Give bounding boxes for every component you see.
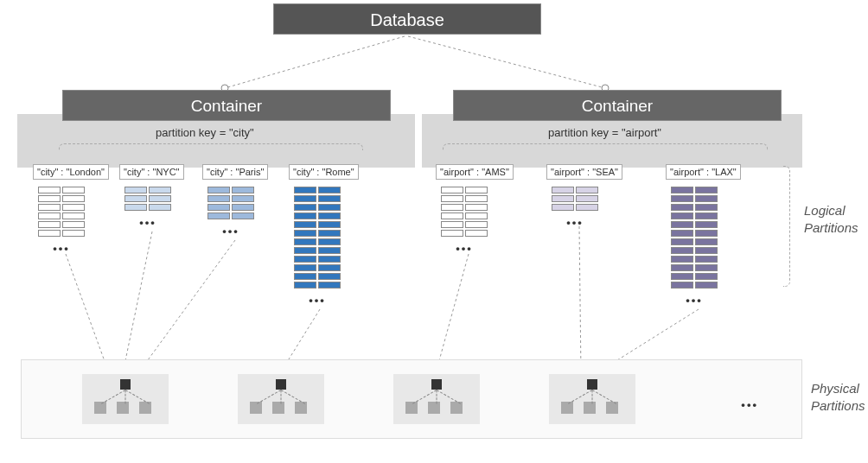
data-cell bbox=[62, 187, 85, 193]
data-cell bbox=[695, 195, 718, 202]
svg-line-5 bbox=[123, 232, 152, 373]
data-cell bbox=[576, 204, 598, 211]
data-cell bbox=[465, 195, 488, 202]
partition-label: "city" : "Paris" bbox=[202, 164, 268, 180]
data-cell bbox=[294, 273, 316, 280]
data-cell bbox=[671, 230, 693, 237]
svg-line-1 bbox=[408, 36, 605, 88]
data-cell bbox=[318, 238, 341, 245]
node-replica-icon bbox=[272, 402, 284, 414]
physical-partitions-panel: ••• bbox=[21, 359, 802, 439]
partition-data-column: ••• bbox=[671, 187, 718, 307]
physical-partitions-label: Physical Partitions bbox=[811, 380, 865, 414]
data-cell bbox=[671, 273, 693, 280]
phys-ellipsis: ••• bbox=[741, 398, 758, 411]
partition-data-column: ••• bbox=[552, 187, 598, 229]
container-box-city: Container bbox=[62, 90, 391, 121]
data-cell bbox=[465, 212, 488, 219]
data-cell bbox=[441, 212, 463, 219]
data-cell bbox=[695, 212, 718, 219]
partition-data-column: ••• bbox=[124, 187, 171, 229]
svg-line-12 bbox=[436, 254, 469, 373]
data-cell bbox=[552, 187, 574, 193]
data-cell bbox=[149, 187, 171, 193]
data-cell bbox=[62, 204, 85, 211]
partition-label: "airport" : "LAX" bbox=[666, 164, 741, 180]
physical-node bbox=[82, 374, 169, 424]
svg-line-0 bbox=[225, 36, 405, 88]
data-cell bbox=[465, 221, 488, 228]
data-cell bbox=[294, 230, 316, 237]
data-cell bbox=[441, 195, 463, 202]
ellipsis: ••• bbox=[53, 242, 70, 255]
data-cell bbox=[465, 230, 488, 237]
data-cell bbox=[294, 195, 316, 202]
data-cell bbox=[695, 204, 718, 211]
data-cell bbox=[62, 230, 85, 237]
data-cell bbox=[441, 221, 463, 228]
data-cell bbox=[62, 212, 85, 219]
data-cell bbox=[318, 212, 341, 219]
data-cell bbox=[671, 187, 693, 193]
data-cell bbox=[695, 247, 718, 254]
data-cell bbox=[62, 195, 85, 202]
data-cell bbox=[695, 187, 718, 193]
data-cell bbox=[294, 187, 316, 193]
physical-node bbox=[549, 374, 635, 424]
data-cell bbox=[671, 247, 693, 254]
ellipsis: ••• bbox=[686, 294, 703, 307]
data-cell bbox=[552, 204, 574, 211]
data-cell bbox=[552, 195, 574, 202]
data-cell bbox=[38, 195, 61, 202]
partition-key-airport: partition key = "airport" bbox=[548, 126, 661, 139]
data-cell bbox=[695, 230, 718, 237]
data-cell bbox=[318, 282, 341, 289]
container-bg-right bbox=[422, 114, 802, 168]
data-cell bbox=[671, 212, 693, 219]
data-cell bbox=[695, 238, 718, 245]
data-cell bbox=[124, 187, 147, 193]
data-cell bbox=[232, 204, 254, 211]
data-cell bbox=[124, 195, 147, 202]
container-bg-left bbox=[17, 114, 415, 168]
logical-partitions-label: Logical Partitions bbox=[804, 202, 858, 236]
data-cell bbox=[232, 212, 254, 219]
partition-label: "airport" : "SEA" bbox=[546, 164, 622, 180]
data-cell bbox=[294, 282, 316, 289]
data-cell bbox=[124, 204, 147, 211]
data-cell bbox=[671, 238, 693, 245]
data-cell bbox=[318, 187, 341, 193]
data-cell bbox=[465, 204, 488, 211]
data-cell bbox=[38, 204, 61, 211]
container-box-airport: Container bbox=[453, 90, 782, 121]
data-cell bbox=[576, 187, 598, 193]
partition-label: "city" : "Rome" bbox=[289, 164, 359, 180]
data-cell bbox=[318, 247, 341, 254]
node-replica-icon bbox=[584, 402, 596, 414]
data-cell bbox=[232, 187, 254, 193]
data-cell bbox=[294, 256, 316, 263]
partition-label: "city" : "NYC" bbox=[119, 164, 184, 180]
node-primary-icon bbox=[587, 379, 597, 390]
svg-line-6 bbox=[138, 240, 235, 373]
data-cell bbox=[294, 204, 316, 211]
node-primary-icon bbox=[431, 379, 442, 390]
data-cell bbox=[318, 204, 341, 211]
data-cell bbox=[695, 273, 718, 280]
data-cell bbox=[576, 195, 598, 202]
data-cell bbox=[149, 204, 171, 211]
data-cell bbox=[294, 221, 316, 228]
data-cell bbox=[671, 221, 693, 228]
data-cell bbox=[465, 187, 488, 193]
data-cell bbox=[671, 256, 693, 263]
data-cell bbox=[441, 230, 463, 237]
data-cell bbox=[695, 221, 718, 228]
ellipsis: ••• bbox=[309, 294, 326, 307]
data-cell bbox=[149, 195, 171, 202]
node-primary-icon bbox=[120, 379, 131, 390]
data-cell bbox=[62, 221, 85, 228]
data-cell bbox=[318, 264, 341, 271]
data-cell bbox=[294, 238, 316, 245]
database-box: Database bbox=[273, 3, 541, 35]
data-cell bbox=[294, 247, 316, 254]
